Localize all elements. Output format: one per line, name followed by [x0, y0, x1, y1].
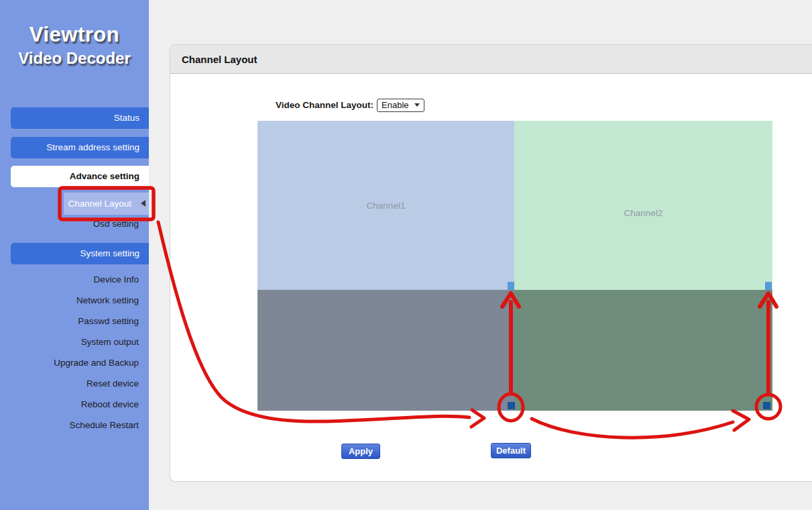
sidebar-item-network-setting[interactable]: Network setting [76, 295, 139, 306]
channel1-region[interactable]: Channel1 [257, 121, 514, 290]
page-title: Channel Layout [170, 45, 812, 74]
apply-button[interactable]: Apply [341, 444, 380, 459]
sidebar-item-advance-setting[interactable]: Advance setting [11, 166, 149, 187]
sidebar: Viewtron Video Decoder Status Stream add… [0, 0, 149, 510]
sidebar-item-reboot-device[interactable]: Reboot device [81, 399, 139, 410]
channel1-bottom-corner-handle[interactable] [508, 402, 515, 409]
channel2-region[interactable]: Channel2 [514, 121, 772, 290]
channel2-label: Channel2 [514, 208, 772, 218]
sidebar-item-osd-setting[interactable]: Osd setting [93, 219, 139, 230]
sidebar-item-label: Channel Layout [68, 199, 131, 209]
channel1-unused-area [257, 290, 514, 411]
default-button[interactable]: Default [491, 443, 531, 458]
sidebar-item-system-setting[interactable]: System setting [11, 243, 149, 264]
channel-layout-canvas: Channel1 Channel2 [257, 121, 772, 411]
sidebar-item-reset-device[interactable]: Reset device [86, 378, 139, 389]
logo-line2: Video Decoder [0, 49, 149, 68]
video-channel-layout-label: Video Channel Layout: [276, 100, 373, 110]
channel1-label: Channel1 [257, 201, 514, 211]
sidebar-item-channel-layout[interactable]: Channel Layout [64, 193, 149, 215]
channel2-bottom-corner-handle[interactable] [763, 402, 770, 409]
sidebar-item-passwd-setting[interactable]: Passwd setting [78, 316, 139, 327]
logo-line1: Viewtron [0, 23, 149, 47]
sidebar-item-schedule-restart[interactable]: Schedule Restart [69, 420, 139, 431]
select-value: Enable [382, 100, 408, 110]
sidebar-item-system-output[interactable]: System output [81, 337, 139, 348]
sidebar-item-upgrade-and-backup[interactable]: Upgrade and Backup [54, 358, 139, 368]
sidebar-item-status[interactable]: Status [11, 107, 149, 129]
dropdown-caret-icon [414, 103, 420, 107]
triangle-left-icon [141, 200, 146, 207]
main-panel: Channel Layout Video Channel Layout: Ena… [170, 44, 812, 482]
channel2-resize-handle[interactable] [765, 282, 772, 290]
app-logo: Viewtron Video Decoder [0, 23, 149, 68]
video-channel-layout-row: Video Channel Layout: Enable [276, 98, 424, 112]
sidebar-item-device-info[interactable]: Device Info [93, 274, 139, 285]
channel1-resize-handle[interactable] [508, 282, 514, 290]
video-channel-layout-select[interactable]: Enable [377, 99, 424, 112]
channel2-unused-area [514, 290, 772, 411]
sidebar-item-stream-address-setting[interactable]: Stream address setting [11, 137, 149, 158]
